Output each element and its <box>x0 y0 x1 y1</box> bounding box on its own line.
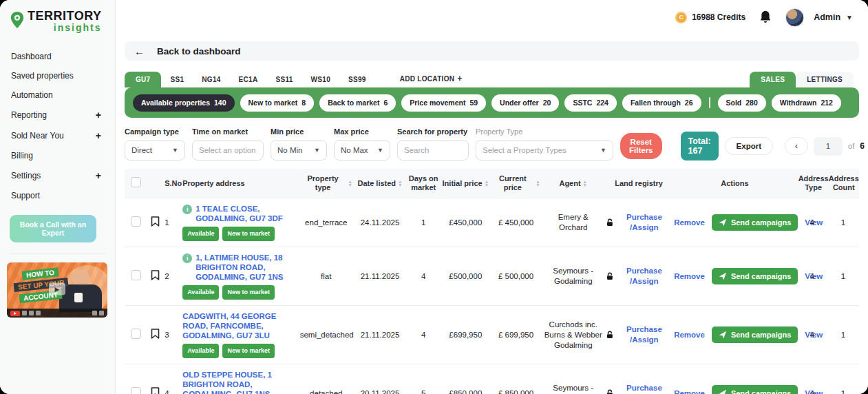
info-icon[interactable]: i <box>182 253 192 263</box>
purchase-assign-link[interactable]: Purchase /Assign <box>617 324 672 345</box>
location-tab-ng14[interactable]: NG14 <box>193 72 229 87</box>
video-settings-icon[interactable] <box>92 311 97 315</box>
search-for-property-field[interactable] <box>404 146 462 154</box>
status-pill-fallen-through[interactable]: Fallen through26 <box>622 94 701 112</box>
row-checkbox[interactable] <box>131 216 141 227</box>
user-avatar[interactable] <box>785 8 804 27</box>
back-bar[interactable]: ← Back to dashboard <box>125 41 859 61</box>
user-menu-chevron-icon[interactable]: ▼ <box>846 14 853 21</box>
property-address-link[interactable]: 1, LATIMER HOUSE, 18 BRIGHTON ROAD, GODA… <box>195 253 297 282</box>
send-campaigns-button[interactable]: Send campaigns <box>712 214 798 231</box>
purchase-assign-link[interactable]: Purchase /Assign <box>617 266 672 287</box>
video-fullscreen-icon[interactable] <box>99 311 104 315</box>
play-icon[interactable]: ▶ <box>49 283 65 296</box>
remove-link[interactable]: Remove <box>674 330 705 340</box>
campaign-type-select[interactable]: Direct▼ <box>125 140 185 160</box>
current-page-field[interactable]: 1 <box>814 137 843 156</box>
bookmark-icon[interactable] <box>151 270 160 280</box>
location-tab-gu7[interactable]: GU7 <box>125 72 161 87</box>
status-pill-under-offer[interactable]: Under offer20 <box>491 94 559 112</box>
sort-icon[interactable]: ▲▼ <box>536 180 540 187</box>
brand-title: TERRITORY <box>28 10 102 23</box>
sidebar-item-billing[interactable]: Billing <box>0 146 115 165</box>
purchase-assign-link[interactable]: Purchase /Assign <box>617 212 672 233</box>
remove-link[interactable]: Remove <box>674 388 705 394</box>
prev-page-button[interactable]: ‹ <box>785 137 808 155</box>
property-address-link[interactable]: CADGWITH, 44 GEORGE ROAD, FARNCOMBE, GOD… <box>182 311 297 340</box>
sort-icon[interactable]: ▲▼ <box>485 180 489 187</box>
sidebar-item-reporting[interactable]: Reporting+ <box>0 105 115 125</box>
paper-plane-icon <box>719 389 727 394</box>
pill-label: New to market <box>248 98 298 107</box>
time-on-market-input[interactable] <box>192 140 264 160</box>
location-tab-ss99[interactable]: SS99 <box>339 72 375 87</box>
send-campaigns-button[interactable]: Send campaigns <box>712 268 798 284</box>
video-control-icon[interactable] <box>29 311 34 315</box>
sidebar-item-saved-properties[interactable]: Saved properties <box>0 66 115 85</box>
row-checkbox[interactable] <box>131 329 141 339</box>
expand-plus-icon[interactable]: + <box>96 110 101 121</box>
reset-filters-button[interactable]: Reset Filters <box>620 133 662 159</box>
location-tab-ec1a[interactable]: EC1A <box>230 72 267 87</box>
tab-sales[interactable]: SALES <box>750 72 796 87</box>
sidebar-item-support[interactable]: Support <box>0 186 115 205</box>
sort-icon[interactable]: ▲▼ <box>398 180 402 187</box>
initial-price-cell: £850,000 <box>441 364 490 394</box>
filter-max-price: Max priceNo Max▼ <box>334 127 390 160</box>
row-checkbox[interactable] <box>131 270 141 280</box>
bookmark-icon[interactable] <box>151 329 160 339</box>
sidebar-item-dashboard[interactable]: Dashboard <box>0 47 115 66</box>
tab-lettings[interactable]: LETTINGS <box>796 72 854 87</box>
property-type-select[interactable]: Select a Property Types▼ <box>476 140 613 160</box>
time-on-market-field[interactable] <box>199 146 257 154</box>
remove-link[interactable]: Remove <box>674 271 705 282</box>
col-header-property-type: Property type▲▼ <box>299 169 354 198</box>
paper-plane-icon <box>719 272 727 280</box>
row-checkbox[interactable] <box>131 387 141 394</box>
tutorial-video-thumbnail[interactable]: HOW TO SET UP YOUR ACCOUNT ▶ <box>7 262 107 318</box>
property-address-link[interactable]: OLD STEPPE HOUSE, 1 BRIGHTON ROAD, GODAL… <box>182 370 297 394</box>
bookmark-icon[interactable] <box>151 387 160 394</box>
remove-link[interactable]: Remove <box>674 218 705 228</box>
add-location-button[interactable]: ADD LOCATION+ <box>393 70 469 87</box>
property-address-link[interactable]: 1 TEALE CLOSE, GODALMING, GU7 3DF <box>195 204 297 223</box>
location-tab-ws10[interactable]: WS10 <box>302 72 339 87</box>
send-campaigns-button[interactable]: Send campaigns <box>712 385 798 394</box>
status-pill-new-to-market[interactable]: New to market8 <box>240 94 315 112</box>
sidebar-item-label: Support <box>11 191 40 200</box>
status-pill-back-to-market[interactable]: Back to market6 <box>319 94 396 112</box>
filter-label: Property Type <box>476 127 613 136</box>
select-all-checkbox[interactable] <box>131 177 141 187</box>
col-header-actions: Actions <box>673 169 797 198</box>
video-control-icon[interactable] <box>36 311 41 315</box>
video-control-icon[interactable] <box>22 311 27 315</box>
expand-plus-icon[interactable]: + <box>96 130 101 141</box>
table-row: 3CADGWITH, 44 GEORGE ROAD, FARNCOMBE, GO… <box>125 306 859 364</box>
location-tab-ss11[interactable]: SS11 <box>266 72 301 87</box>
send-campaigns-button[interactable]: Send campaigns <box>712 326 798 343</box>
max-price-select[interactable]: No Max▼ <box>334 140 390 160</box>
purchase-assign-link[interactable]: Purchase /Assign <box>617 383 672 394</box>
status-pill-available-properties[interactable]: Available properties140 <box>133 94 235 112</box>
expand-plus-icon[interactable]: + <box>96 170 101 181</box>
book-call-button[interactable]: Book a Call with an Expert <box>10 215 96 242</box>
info-icon[interactable]: i <box>182 205 192 214</box>
back-arrow-icon[interactable]: ← <box>134 45 145 57</box>
export-button[interactable]: Export <box>725 137 773 155</box>
sidebar-item-automation[interactable]: Automation <box>0 85 115 105</box>
status-pill-price-movement[interactable]: Price movement59 <box>401 94 486 112</box>
sort-icon[interactable]: ▲▼ <box>348 180 352 187</box>
search-for-property-input[interactable] <box>397 140 469 160</box>
youtube-play-icon[interactable] <box>10 311 20 316</box>
sort-icon[interactable]: ▲▼ <box>583 180 587 187</box>
location-tab-ss1[interactable]: SS1 <box>161 72 193 87</box>
min-price-select[interactable]: No Min▼ <box>271 140 327 160</box>
sidebar-item-sold-near-you[interactable]: Sold Near You+ <box>0 125 115 146</box>
status-pill-sold[interactable]: Sold280 <box>718 94 766 112</box>
sidebar-item-settings[interactable]: Settings+ <box>0 165 115 186</box>
plus-icon: + <box>457 74 462 83</box>
status-pill-sstc[interactable]: SSTC224 <box>564 94 617 112</box>
bookmark-icon[interactable] <box>151 216 160 227</box>
notifications-bell-icon[interactable] <box>759 10 772 24</box>
status-pill-withdrawn[interactable]: Withdrawn212 <box>772 94 841 112</box>
